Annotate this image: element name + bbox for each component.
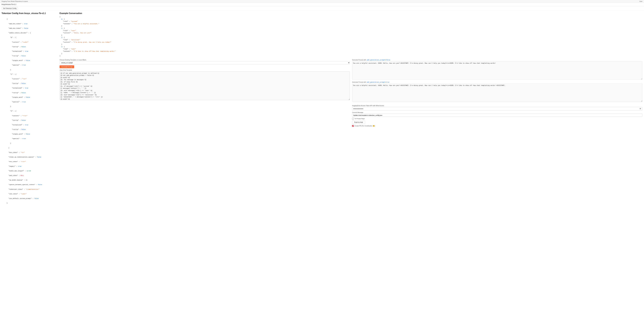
choose-template-label: Choose Existing Template or Leave Blank. <box>60 59 350 61</box>
prompt-false-section: Generate Prompt with: add_generation_pro… <box>352 59 642 80</box>
prompt-true-label: Generate Prompt with: add_generation_pro… <box>352 81 642 83</box>
token-label: HuggingFace Access Token API with Write … <box>352 105 642 106</box>
commit-message-input[interactable] <box>352 114 642 117</box>
private-repo-row: To Private Repo <box>352 118 642 120</box>
create-pr-row: Create PR (For Contribution 🤗) <box>352 125 642 127</box>
left-panel: Tokenizer Config from lmsys_vicuna-7b-v1… <box>2 12 56 207</box>
template-form: Choose Existing Template or Leave Blank.… <box>60 59 642 127</box>
top-bar-left: Hugging Face Model Repository to space <box>2 1 28 2</box>
commit-label: Commit Message <box>352 112 642 113</box>
generate-prompt-button[interactable]: Generate Prompt <box>60 65 74 68</box>
get-tokenizer-config-button[interactable]: Get Tokenizer Config <box>2 7 18 10</box>
jinja-textarea[interactable]: {% if not add_generation_prompt is defin… <box>60 71 350 100</box>
create-pr-checkbox[interactable] <box>352 125 354 127</box>
left-panel-title: Tokenizer Config from lmsys_vicuna-7b-v1… <box>2 12 56 15</box>
top-bar: Hugging Face Model Repository to space U… <box>0 0 644 3</box>
eye-toggle-button[interactable]: 👁 <box>638 107 642 110</box>
prompt-true-section: Generate Prompt with: add_generation_pro… <box>352 81 642 102</box>
tokenizer-config-json: { "add_bos_token" : true "add_eos_token"… <box>2 16 56 207</box>
private-repo-checkbox[interactable] <box>352 118 354 120</box>
right-panel: Example Conversation { 0: { "role" : "sy… <box>60 12 642 207</box>
prompt-true-textarea[interactable]: You are a helpful assistant. USER: Hello… <box>352 84 642 102</box>
token-input[interactable] <box>352 107 638 110</box>
private-repo-label: To Private Repo <box>354 118 365 119</box>
token-input-row: 👁 <box>352 107 642 111</box>
repo-path: lmsys/vicuna-7b-v1.1 <box>2 4 16 5</box>
example-conversation: { 0: { "role" : "system" "content" : "Yo… <box>60 16 642 57</box>
jinja-label: Jinja Chat Template <box>60 69 350 71</box>
create-pr-label: Create PR (For Contribution 🤗) <box>354 125 375 127</box>
top-bar-right: User <box>640 1 642 2</box>
repo-bar: lmsys/vicuna-7b-v1.1 <box>0 3 644 6</box>
right-panel-title: Example Conversation <box>60 12 642 15</box>
prompt-false-label: Generate Prompt with: add_generation_pro… <box>352 59 642 61</box>
template-select[interactable]: vicuna_v1.1.jinja2 default blank <box>60 61 350 64</box>
add-generation-true-link[interactable]: add_generation_prompt=true <box>367 81 389 83</box>
hub-section: HuggingFace Access Token API with Write … <box>352 105 642 127</box>
action-bar: Get Tokenizer Config <box>0 6 644 11</box>
add-generation-false-link[interactable]: add_generation_prompt=false <box>367 59 390 61</box>
push-to-hub-button[interactable]: Push to Hub <box>352 121 365 124</box>
prompt-false-textarea[interactable]: You are a helpful assistant. USER: Hello… <box>352 61 642 80</box>
